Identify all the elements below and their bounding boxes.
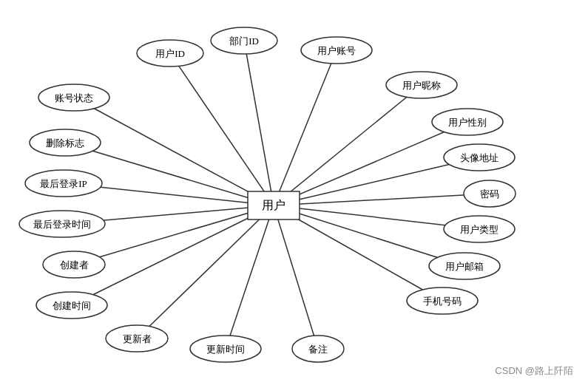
svg-line-5: [65, 143, 274, 205]
svg-text:用户: 用户: [262, 199, 285, 211]
er-diagram: 用户用户ID部门ID用户账号账号状态用户昵称删除标志用户性别最后登录IP头像地址…: [0, 0, 588, 388]
svg-line-4: [274, 85, 422, 205]
svg-text:删除标志: 删除标志: [46, 137, 84, 149]
svg-line-1: [244, 41, 274, 205]
svg-text:用户昵称: 用户昵称: [402, 80, 441, 91]
svg-text:用户ID: 用户ID: [155, 48, 185, 59]
svg-text:手机号码: 手机号码: [423, 296, 462, 307]
svg-text:更新时间: 更新时间: [206, 344, 245, 355]
svg-text:账号状态: 账号状态: [55, 92, 93, 103]
diagram-container: 用户用户ID部门ID用户账号账号状态用户昵称删除标志用户性别最后登录IP头像地址…: [0, 0, 588, 388]
svg-line-14: [274, 205, 464, 266]
svg-line-0: [170, 53, 274, 205]
svg-text:用户账号: 用户账号: [317, 45, 356, 56]
svg-text:备注: 备注: [308, 344, 328, 355]
watermark: CSDN @路上阡陌: [495, 364, 573, 378]
svg-line-3: [74, 98, 274, 205]
svg-text:部门ID: 部门ID: [229, 35, 259, 47]
svg-text:用户性别: 用户性别: [448, 117, 487, 128]
svg-text:用户类型: 用户类型: [460, 224, 499, 235]
svg-line-17: [226, 205, 274, 349]
svg-text:创建时间: 创建时间: [53, 300, 91, 311]
svg-text:更新者: 更新者: [123, 333, 152, 344]
svg-text:用户邮箱: 用户邮箱: [445, 261, 484, 272]
svg-text:创建者: 创建者: [60, 259, 89, 270]
svg-text:头像地址: 头像地址: [460, 152, 499, 163]
svg-text:最后登录IP: 最后登录IP: [40, 178, 87, 189]
svg-text:密码: 密码: [480, 188, 499, 200]
svg-text:最后登录时间: 最后登录时间: [33, 219, 91, 230]
svg-line-10: [274, 194, 490, 205]
